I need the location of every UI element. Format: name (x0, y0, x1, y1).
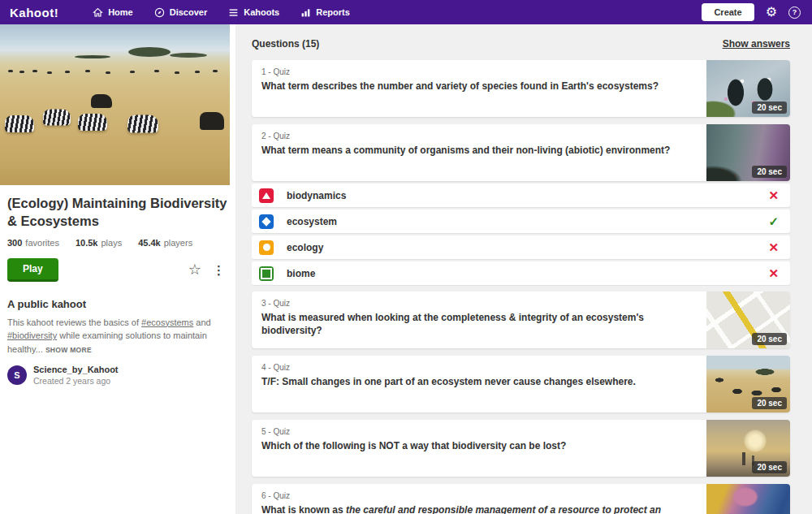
question-number: 2 - Quiz (261, 132, 697, 140)
kahoot-logo[interactable]: Kahoot! (10, 6, 58, 19)
show-more-link[interactable]: SHOW MORE (45, 346, 92, 354)
stat-value: 10.5k (76, 238, 98, 248)
questions-count-heading: Questions (15) (252, 38, 319, 50)
stat-value: 45.4k (138, 238, 161, 248)
time-limit-badge: 20 sec (752, 397, 787, 409)
savanna-zebras-photo (0, 24, 230, 185)
answer-row-ecology: ecology ✕ (252, 235, 790, 259)
star-icon[interactable]: ☆ (188, 262, 201, 277)
stat-plays: 10.5k plays (76, 238, 122, 248)
play-button[interactable]: Play (7, 258, 58, 282)
kahoot-description: This kahoot reviews the basics of #ecosy… (7, 316, 228, 356)
nav-item-label: Home (108, 7, 133, 17)
time-limit-badge: 20 sec (752, 333, 787, 345)
public-heading: A public kahoot (7, 298, 228, 310)
question-number: 1 - Quiz (261, 67, 697, 76)
kahoot-title: (Ecology) Maintaining Biodiversity & Eco… (0, 194, 235, 231)
question-card-3[interactable]: 3 - Quiz What is measured when looking a… (252, 292, 790, 348)
map-photo: 20 sec (706, 292, 790, 348)
question-text: Which of the following is NOT a way that… (261, 440, 697, 453)
nav-item-kahoots[interactable]: Kahoots (228, 7, 279, 18)
kebab-menu-icon[interactable]: ⋮ (213, 264, 225, 276)
stat-value: 300 (7, 238, 22, 248)
bar-chart-icon (300, 7, 311, 18)
nav-items: Home Discover Kahoots Reports (93, 7, 350, 18)
stat-players: 45.4k players (138, 238, 192, 248)
question-body: 4 - Quiz T/F: Small changes in one part … (252, 356, 706, 412)
answer-row-biome: biome ✕ (252, 261, 790, 285)
question-number: 3 - Quiz (261, 299, 697, 308)
diamond-shape-icon (259, 214, 274, 229)
answers-list: biodynamics ✕ ecosystem ✓ ecology ✕ biom… (252, 184, 790, 285)
list-icon (228, 7, 239, 18)
nav-right: Create ⚙ ? (702, 3, 801, 21)
stat-label: players (164, 238, 192, 248)
nav-item-home[interactable]: Home (93, 7, 133, 18)
kahoot-actions: Play ☆ ⋮ (0, 258, 235, 282)
question-card-6[interactable]: 6 - Quiz What is known as the careful an… (252, 484, 790, 514)
avatar[interactable]: S (7, 365, 27, 385)
home-icon (93, 7, 103, 18)
savanna-zebras-photo: 20 sec (706, 356, 790, 412)
question-body: 2 - Quiz What term means a community of … (252, 124, 706, 181)
underwater-reef-photo: 20 sec (706, 124, 790, 181)
wrong-answer-icon: ✕ (768, 267, 779, 279)
time-limit-badge: 20 sec (752, 461, 787, 473)
question-body: 6 - Quiz What is known as the careful an… (252, 484, 706, 514)
question-card-1[interactable]: 1 - Quiz What term describes the number … (252, 60, 790, 117)
coral-reef-photo: 20 sec (706, 484, 790, 514)
circle-shape-icon (259, 240, 274, 255)
question-body: 1 - Quiz What term describes the number … (252, 60, 706, 117)
nav-item-label: Kahoots (244, 7, 279, 17)
answer-row-biodynamics: biodynamics ✕ (252, 184, 790, 207)
nav-item-discover[interactable]: Discover (154, 7, 207, 18)
question-text: T/F: Small changes in one part of an eco… (261, 376, 697, 389)
show-answers-link[interactable]: Show answers (723, 38, 790, 50)
answer-label: biodynamics (287, 190, 346, 201)
gear-icon[interactable]: ⚙ (766, 6, 777, 19)
answer-label: biome (287, 268, 315, 279)
question-number: 4 - Quiz (261, 363, 697, 372)
puffins-photo: 20 sec (706, 60, 790, 117)
question-text: What is measured when looking at the com… (261, 312, 697, 337)
kahoot-details-panel: (Ecology) Maintaining Biodiversity & Eco… (0, 24, 235, 514)
biodiversity-tag-link[interactable]: #biodiversity (7, 330, 57, 340)
author-name[interactable]: Science_by_Kahoot (33, 365, 119, 374)
create-button[interactable]: Create (702, 3, 754, 21)
stat-label: favorites (25, 238, 59, 248)
question-number: 5 - Quiz (261, 427, 697, 436)
triangle-shape-icon (259, 188, 274, 203)
public-section: A public kahoot This kahoot reviews the … (0, 298, 235, 387)
sunset-pollution-photo: 20 sec (706, 420, 790, 477)
answer-label: ecology (287, 242, 323, 253)
question-card-2[interactable]: 2 - Quiz What term means a community of … (252, 124, 790, 181)
question-text: What is known as the careful and respons… (261, 504, 697, 514)
time-limit-badge: 20 sec (752, 166, 787, 178)
nav-item-reports[interactable]: Reports (300, 7, 350, 18)
question-text: What term means a community of organisms… (261, 145, 697, 158)
time-limit-badge: 20 sec (752, 102, 787, 114)
question-number: 6 - Quiz (261, 491, 697, 500)
question-body: 3 - Quiz What is measured when looking a… (252, 292, 706, 348)
question-card-4[interactable]: 4 - Quiz T/F: Small changes in one part … (252, 356, 790, 412)
square-shape-icon (259, 266, 274, 281)
question-card-5[interactable]: 5 - Quiz Which of the following is NOT a… (252, 420, 790, 477)
kahoot-stats: 300 favorites 10.5k plays 45.4k players (0, 238, 235, 248)
page-content: (Ecology) Maintaining Biodiversity & Eco… (0, 24, 812, 514)
wrong-answer-icon: ✕ (768, 241, 779, 253)
compass-icon (154, 7, 165, 18)
top-navbar: Kahoot! Home Discover Kahoots Reports Cr… (0, 0, 812, 24)
question-body: 5 - Quiz Which of the following is NOT a… (252, 420, 706, 477)
answer-label: ecosystem (287, 216, 337, 227)
question-mark-icon[interactable]: ? (788, 6, 801, 19)
nav-item-label: Reports (316, 7, 350, 17)
nav-item-label: Discover (170, 7, 207, 17)
questions-panel: Questions (15) Show answers 1 - Quiz Wha… (235, 24, 812, 514)
author-created: Created 2 years ago (33, 376, 119, 386)
correct-answer-icon: ✓ (768, 215, 779, 227)
description-text: and (193, 317, 210, 327)
author-row: S Science_by_Kahoot Created 2 years ago (7, 365, 228, 386)
answer-row-ecosystem: ecosystem ✓ (252, 209, 790, 233)
ecosystems-tag-link[interactable]: #ecosystems (141, 317, 193, 327)
description-text: This kahoot reviews the basics of (7, 317, 141, 327)
